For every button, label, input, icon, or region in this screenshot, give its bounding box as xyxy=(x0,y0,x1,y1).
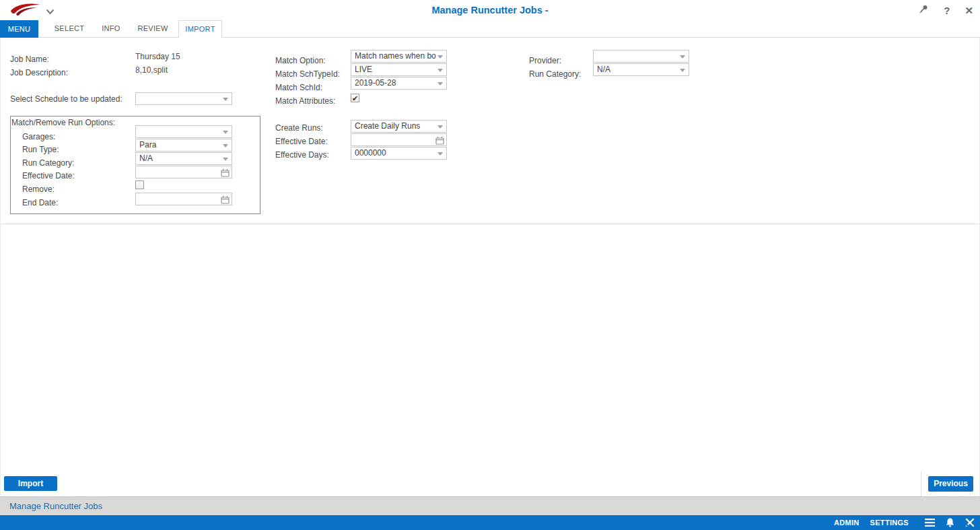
end-date-label: End Date: xyxy=(22,198,58,207)
right-run-category-value: N/A xyxy=(597,65,610,74)
dropdown-arrow-icon xyxy=(680,69,685,72)
end-date-input[interactable] xyxy=(135,193,232,205)
match-option-label: Match Option: xyxy=(275,56,326,65)
select-schedule-dropdown[interactable] xyxy=(135,92,232,105)
match-schtypeid-dropdown[interactable]: LIVE xyxy=(351,63,447,76)
right-run-category-dropdown[interactable]: N/A xyxy=(593,63,689,76)
manage-runcutter-jobs-window: Manage Runcutter Jobs - ? ✕ MENU SELECT … xyxy=(0,0,980,530)
tab-import[interactable]: IMPORT xyxy=(178,20,222,38)
dropdown-arrow-icon xyxy=(223,98,228,101)
tab-bar: MENU SELECT INFO REVIEW IMPORT xyxy=(0,20,980,38)
create-effective-date-label: Effective Date: xyxy=(275,137,328,146)
match-schtypeid-label: Match SchTypeId: xyxy=(275,69,340,79)
run-type-dropdown[interactable]: Para xyxy=(135,139,232,152)
run-category-value: N/A xyxy=(139,154,153,163)
job-description-value: 8,10,split xyxy=(135,65,168,75)
tab-review[interactable]: REVIEW xyxy=(133,20,172,37)
effective-date-label: Effective Date: xyxy=(22,171,75,180)
match-schtypeid-value: LIVE xyxy=(355,65,372,74)
calendar-icon[interactable] xyxy=(221,195,230,205)
tab-menu[interactable]: MENU xyxy=(0,20,38,38)
right-run-category-label: Run Category: xyxy=(529,69,581,79)
select-schedule-label: Select Schedule to be updated: xyxy=(10,94,123,104)
menu-icon[interactable] xyxy=(925,519,935,527)
match-schid-label: Match SchId: xyxy=(275,83,322,92)
dropdown-arrow-icon xyxy=(438,125,443,129)
create-effective-date-input[interactable] xyxy=(351,133,447,146)
match-schid-dropdown[interactable]: 2019-05-28 xyxy=(351,77,447,90)
match-remove-title: Match/Remove Run Options: xyxy=(11,118,115,127)
job-name-label: Job Name: xyxy=(10,55,49,64)
garages-dropdown[interactable] xyxy=(135,125,232,138)
create-runs-label: Create Runs: xyxy=(275,123,323,133)
tools-icon[interactable] xyxy=(965,518,975,527)
garages-label: Garages: xyxy=(22,132,55,141)
bottom-taskbar: ADMIN SETTINGS xyxy=(0,515,980,530)
footer-separator xyxy=(921,471,921,496)
dropdown-arrow-icon xyxy=(223,158,228,161)
tab-select[interactable]: SELECT xyxy=(51,20,88,37)
remove-label: Remove: xyxy=(22,185,55,194)
provider-dropdown[interactable] xyxy=(593,50,689,63)
match-option-dropdown[interactable]: Match names when bo xyxy=(351,50,447,63)
run-category-label: Run Category: xyxy=(22,158,74,168)
dropdown-arrow-icon xyxy=(438,82,443,86)
calendar-icon[interactable] xyxy=(221,168,230,178)
match-schid-value: 2019-05-28 xyxy=(355,78,396,88)
match-option-value: Match names when bo xyxy=(355,51,436,61)
dropdown-arrow-icon xyxy=(438,152,443,156)
effective-days-label: Effective Days: xyxy=(275,150,329,160)
job-name-value: Thursday 15 xyxy=(135,52,180,61)
run-type-value: Para xyxy=(139,140,156,150)
status-bar: Manage Runcutter Jobs xyxy=(0,496,980,515)
import-button[interactable]: Import xyxy=(4,476,57,491)
dropdown-arrow-icon xyxy=(223,131,228,134)
status-bar-task[interactable]: Manage Runcutter Jobs xyxy=(9,497,102,516)
tab-info[interactable]: INFO xyxy=(94,20,128,37)
help-icon[interactable]: ? xyxy=(944,5,950,15)
notifications-bell-icon[interactable] xyxy=(946,518,954,527)
effective-date-input[interactable] xyxy=(135,166,232,178)
dropdown-arrow-icon xyxy=(223,144,228,147)
create-runs-dropdown[interactable]: Create Daily Runs xyxy=(351,120,447,133)
effective-days-value: 0000000 xyxy=(355,148,386,158)
job-description-label: Job Description: xyxy=(10,68,68,77)
dropdown-arrow-icon xyxy=(680,55,685,59)
run-category-dropdown[interactable]: N/A xyxy=(135,152,232,165)
form-divider xyxy=(1,224,980,224)
settings-link[interactable]: SETTINGS xyxy=(870,519,909,527)
calendar-icon[interactable] xyxy=(435,136,444,146)
provider-label: Provider: xyxy=(529,56,561,65)
pin-icon[interactable] xyxy=(918,4,929,16)
title-bar: Manage Runcutter Jobs - ? ✕ xyxy=(0,0,980,20)
run-type-label: Run Type: xyxy=(22,145,59,154)
create-runs-value: Create Daily Runs xyxy=(355,121,420,131)
close-icon[interactable]: ✕ xyxy=(965,5,973,15)
page-title: Manage Runcutter Jobs - xyxy=(0,0,980,20)
previous-button[interactable]: Previous xyxy=(928,476,973,492)
effective-days-dropdown[interactable]: 0000000 xyxy=(351,147,447,160)
match-attributes-label: Match Attributes: xyxy=(275,96,335,106)
dropdown-arrow-icon xyxy=(438,69,443,72)
remove-checkbox[interactable] xyxy=(135,180,144,189)
import-form-panel: Job Name: Thursday 15 Job Description: 8… xyxy=(0,38,980,496)
match-attributes-checkbox[interactable]: ✔ xyxy=(351,94,359,102)
admin-link[interactable]: ADMIN xyxy=(834,519,860,527)
dropdown-arrow-icon xyxy=(438,55,443,59)
